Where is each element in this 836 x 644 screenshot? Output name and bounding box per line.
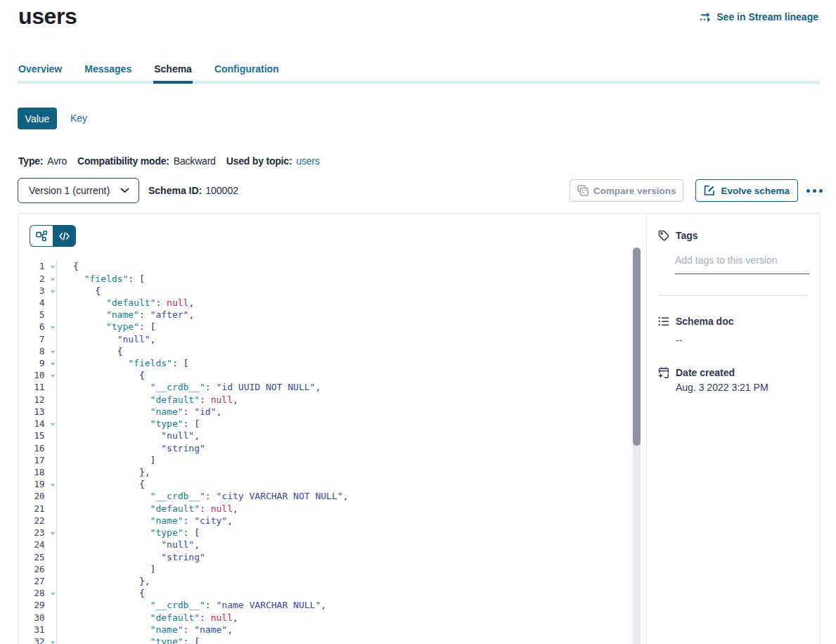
editor-scrollbar[interactable] (633, 247, 641, 644)
line-number: 10 (18, 370, 45, 380)
schema-code-editor[interactable]: 1{2 "fields": [3 {4 "default": null,5 "n… (18, 248, 634, 644)
line-number: 23 (18, 527, 45, 538)
list-icon (658, 316, 669, 326)
line-number: 32 (18, 636, 45, 644)
topic-label: Used by topic: (226, 155, 292, 167)
version-bar: Version 1 (current) Schema ID: 100002 (18, 178, 238, 203)
tags-title: Tags (676, 230, 698, 241)
editor-scrollbar-thumb[interactable] (633, 247, 641, 446)
code-line: 31 "name": "name", (18, 624, 634, 636)
line-number: 6 (18, 321, 45, 332)
compare-versions-label: Compare versions (593, 186, 676, 196)
code-text: "type": [ (73, 636, 200, 644)
code-line: 27 }, (18, 575, 634, 587)
tree-view-icon (36, 231, 47, 241)
fold-toggle-icon[interactable] (45, 321, 58, 332)
more-actions-button[interactable] (806, 179, 823, 202)
compatibility-label: Compatibility mode: (77, 155, 169, 167)
date-created-header: Date created (658, 367, 735, 378)
line-number: 1 (18, 261, 45, 271)
line-number: 25 (18, 552, 45, 562)
chevron-down-icon (120, 188, 129, 193)
code-line: 23 "type": [ (18, 527, 634, 539)
code-text: "name": "after", (73, 309, 194, 320)
schema-id-value: 100002 (205, 185, 238, 196)
code-line: 22 "name": "city", (18, 515, 634, 527)
code-text: "fields": [ (73, 273, 145, 284)
code-text: }, (73, 467, 150, 477)
code-text: "default": null, (73, 612, 238, 623)
code-text: "__crdb__": "name VARCHAR NULL", (73, 600, 326, 610)
compare-versions-button[interactable]: Compare versions (570, 179, 684, 202)
version-select-value: Version 1 (current) (29, 185, 110, 196)
schema-doc-title: Schema doc (676, 316, 733, 327)
code-text: "__crdb__": "id UUID NOT NULL", (73, 382, 321, 392)
compatibility-value: Backward (174, 155, 216, 167)
code-line: 8 { (18, 345, 634, 357)
editor-view-toggle (30, 225, 76, 247)
fold-toggle-icon[interactable] (45, 527, 58, 538)
code-line: 14 "type": [ (18, 418, 634, 430)
code-text: "fields": [ (73, 358, 188, 368)
code-text: }, (73, 576, 150, 586)
code-line: 18 }, (18, 466, 634, 478)
line-number: 26 (18, 564, 45, 574)
tab-track (18, 81, 819, 84)
fold-toggle-icon[interactable] (45, 588, 58, 598)
line-number: 21 (18, 503, 45, 514)
schema-sidebar: Tags Schema doc -- (648, 214, 820, 644)
code-line: 1{ (18, 260, 634, 272)
compare-versions-icon (577, 185, 589, 196)
tags-section-header: Tags (658, 230, 698, 241)
schema-card: 1{2 "fields": [3 {4 "default": null,5 "n… (18, 213, 821, 644)
code-line: 7 "null", (18, 333, 634, 345)
fold-toggle-icon[interactable] (45, 418, 58, 429)
code-view-button[interactable] (53, 225, 76, 247)
code-line: 32 "type": [ (18, 636, 634, 644)
meta-topic: Used by topic: users (226, 155, 320, 167)
code-text: "default": null, (73, 394, 238, 405)
code-text: { (73, 588, 145, 598)
line-number: 27 (18, 576, 45, 586)
topic-link[interactable]: users (296, 155, 319, 167)
fold-toggle-icon[interactable] (45, 273, 58, 284)
code-line: 24 "null", (18, 539, 634, 550)
code-view-icon (59, 232, 70, 240)
stream-lineage-link[interactable]: See in Stream lineage (700, 11, 818, 23)
schema-actions: Compare versions Evolve schema (570, 179, 823, 202)
line-number: 18 (18, 467, 45, 477)
evolve-schema-icon (704, 185, 715, 196)
fold-toggle-icon[interactable] (45, 285, 58, 296)
fold-toggle-icon[interactable] (45, 261, 58, 271)
line-number: 7 (18, 334, 45, 344)
code-line: 15 "null", (18, 430, 634, 442)
tree-view-button[interactable] (30, 225, 53, 247)
code-line: 29 "__crdb__": "name VARCHAR NULL", (18, 599, 634, 611)
version-select[interactable]: Version 1 (current) (18, 178, 139, 203)
line-number: 8 (18, 346, 45, 356)
code-line: 19 { (18, 478, 634, 490)
key-tab-button[interactable]: Key (66, 108, 91, 129)
line-number: 3 (18, 285, 45, 296)
tab-schema[interactable]: Schema (154, 63, 192, 84)
meta-compatibility: Compatibility mode: Backward (77, 155, 216, 167)
code-text: "name": "name", (73, 624, 233, 635)
fold-toggle-icon[interactable] (45, 479, 58, 489)
code-line: 6 "type": [ (18, 321, 634, 333)
fold-toggle-icon[interactable] (45, 370, 58, 380)
code-line: 13 "name": "id", (18, 406, 634, 418)
code-line: 16 "string" (18, 442, 634, 453)
fold-toggle-icon[interactable] (45, 358, 58, 368)
type-label: Type: (18, 155, 43, 167)
tags-input[interactable] (675, 250, 809, 274)
code-text: { (73, 285, 101, 296)
code-line: 10 { (18, 369, 634, 381)
line-number: 9 (18, 358, 45, 368)
value-tab-button[interactable]: Value (18, 108, 57, 129)
evolve-schema-button[interactable]: Evolve schema (695, 179, 798, 202)
line-number: 20 (18, 491, 45, 501)
code-text: "null", (73, 539, 200, 550)
fold-toggle-icon[interactable] (45, 636, 58, 644)
fold-toggle-icon[interactable] (45, 346, 58, 356)
schema-doc-header: Schema doc (658, 316, 733, 327)
